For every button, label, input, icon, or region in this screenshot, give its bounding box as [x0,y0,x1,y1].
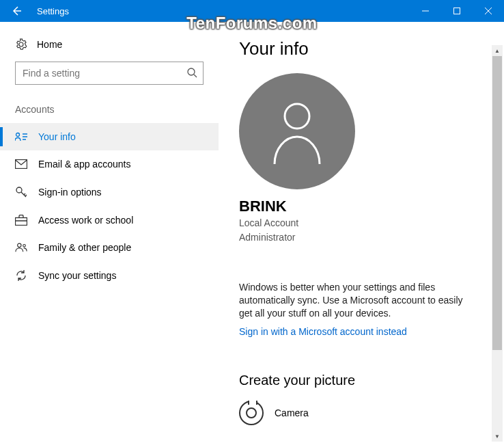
svg-point-2 [16,133,20,137]
nav-sync[interactable]: Sync your settings [0,261,219,290]
create-picture-title: Create your picture [239,373,490,388]
account-type-line1: Local Account [239,217,490,230]
sync-icon [15,269,27,282]
category-label: Accounts [0,101,219,123]
minimize-button[interactable] [410,0,441,22]
window-title: Settings [33,6,69,16]
mail-icon [15,159,27,169]
nav-your-info[interactable]: Your info [0,123,219,150]
nav-label: Sync your settings [38,270,116,281]
svg-point-7 [23,245,26,247]
page-title: Your info [239,38,490,59]
account-type-line2: Administrator [239,231,490,244]
sync-message: Windows is better when your settings and… [239,281,471,320]
back-button[interactable] [0,0,33,22]
svg-point-6 [18,243,21,247]
scroll-down-arrow[interactable]: ▼ [492,431,503,442]
nav-label: Family & other people [38,242,131,253]
nav-label: Your info [38,131,76,142]
close-button[interactable] [473,0,504,22]
gear-icon [15,38,27,51]
nav-label: Email & app accounts [38,159,130,170]
avatar[interactable] [239,73,355,189]
svg-point-4 [16,187,22,193]
search-box[interactable] [15,62,204,85]
home-link[interactable]: Home [0,34,219,62]
person-icon [266,97,328,165]
signin-ms-account-link[interactable]: Sign in with a Microsoft account instead [239,326,490,337]
home-label: Home [37,39,62,50]
key-icon [15,186,27,198]
people-icon [15,242,27,253]
sidebar: Home Accounts Your info Email & app acco… [0,22,219,443]
username: BRINK [239,198,490,215]
svg-point-1 [188,68,195,75]
nav-label: Sign-in options [38,187,102,198]
camera-option[interactable]: Camera [239,401,490,425]
search-icon [186,67,197,80]
nav-label: Access work or school [38,215,133,226]
search-input[interactable] [23,68,186,79]
svg-point-8 [285,104,309,129]
svg-rect-5 [16,218,27,226]
nav-work-school[interactable]: Access work or school [0,206,219,234]
minimize-icon [422,8,429,14]
nav-signin-options[interactable]: Sign-in options [0,178,219,206]
titlebar: Settings [0,0,504,22]
close-icon [485,8,492,14]
main-panel: Your info BRINK Local Account Administra… [219,22,504,443]
briefcase-icon [15,215,27,226]
camera-label: Camera [275,407,309,418]
nav-family[interactable]: Family & other people [0,234,219,261]
nav-email-accounts[interactable]: Email & app accounts [0,150,219,178]
svg-rect-0 [454,8,460,14]
person-card-icon [15,131,27,142]
camera-icon [239,401,264,425]
arrow-left-icon [11,5,22,16]
scroll-up-arrow[interactable]: ▲ [492,45,503,56]
maximize-icon [453,8,460,14]
scrollbar[interactable]: ▲ ▼ [492,45,503,442]
scrollbar-thumb[interactable] [492,56,502,350]
maximize-button[interactable] [441,0,473,22]
